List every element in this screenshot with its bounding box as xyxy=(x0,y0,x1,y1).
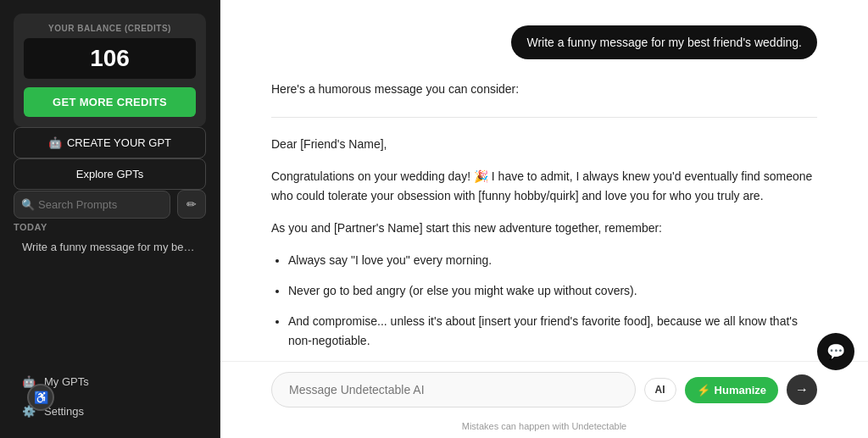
search-prompts-container: 🔍 ✏ xyxy=(14,190,206,219)
divider xyxy=(271,117,817,118)
ai-intro: Here's a humorous message you can consid… xyxy=(271,80,817,100)
ai-badge: AI xyxy=(644,378,676,402)
message-input[interactable] xyxy=(271,372,636,408)
balance-amount: 106 xyxy=(24,38,196,79)
bottom-note: Mistakes can happen with Undetectable xyxy=(220,418,868,438)
create-gpt-button[interactable]: 🤖 CREATE YOUR GPT xyxy=(14,127,206,158)
main-content: Write a funny message for my best friend… xyxy=(220,0,868,438)
chat-widget-button[interactable]: 💬 xyxy=(817,333,854,370)
ai-list: Always say "I love you" every morning. N… xyxy=(288,251,817,352)
today-label: TODAY xyxy=(14,219,206,234)
input-bar: AI ⚡ Humanize → xyxy=(220,361,868,418)
accessibility-button[interactable]: ♿ xyxy=(27,384,54,411)
search-prompts-input[interactable] xyxy=(14,191,170,219)
search-wrapper: 🔍 xyxy=(14,191,170,219)
ai-salutation: Dear [Friend's Name], xyxy=(271,135,817,155)
accessibility-icon: ♿ xyxy=(34,391,48,404)
chat-area: Write a funny message for my best friend… xyxy=(220,0,868,361)
ai-list-item-2: Never go to bed angry (or else you might… xyxy=(288,281,817,302)
user-bubble: Write a funny message for my best friend… xyxy=(511,25,817,59)
ai-list-item-1: Always say "I love you" every morning. xyxy=(288,251,817,271)
ai-response: Here's a humorous message you can consid… xyxy=(271,80,817,361)
new-chat-button[interactable]: ✏ xyxy=(177,190,206,219)
get-credits-button[interactable]: GET MORE CREDITS xyxy=(24,87,196,117)
balance-label: YOUR BALANCE (CREDITS) xyxy=(24,24,196,33)
create-gpt-label: CREATE YOUR GPT xyxy=(67,136,171,149)
user-message-container: Write a funny message for my best friend… xyxy=(271,25,817,59)
humanize-button[interactable]: ⚡ Humanize xyxy=(685,377,778,403)
edit-icon: ✏ xyxy=(186,197,197,211)
send-button[interactable]: → xyxy=(787,374,817,405)
ai-list-item-3: And compromise... unless it's about [ins… xyxy=(288,312,817,352)
robot-icon: 🤖 xyxy=(48,136,62,149)
chat-icon: 💬 xyxy=(826,342,845,361)
send-icon: → xyxy=(795,382,809,397)
ai-paragraph2: As you and [Partner's Name] start this n… xyxy=(271,219,817,239)
sidebar: YOUR BALANCE (CREDITS) 106 GET MORE CRED… xyxy=(0,0,220,438)
humanize-label: Humanize xyxy=(715,384,766,396)
history-item[interactable]: Write a funny message for my bes ··· xyxy=(14,234,206,260)
my-gpts-label: My GPTs xyxy=(44,375,89,388)
balance-card: YOUR BALANCE (CREDITS) 106 GET MORE CRED… xyxy=(14,14,206,127)
lightning-icon: ⚡ xyxy=(697,384,710,396)
ai-paragraph1: Congratulations on your wedding day! 🎉 I… xyxy=(271,167,817,208)
explore-gpts-button[interactable]: Explore GPTs xyxy=(14,158,206,190)
